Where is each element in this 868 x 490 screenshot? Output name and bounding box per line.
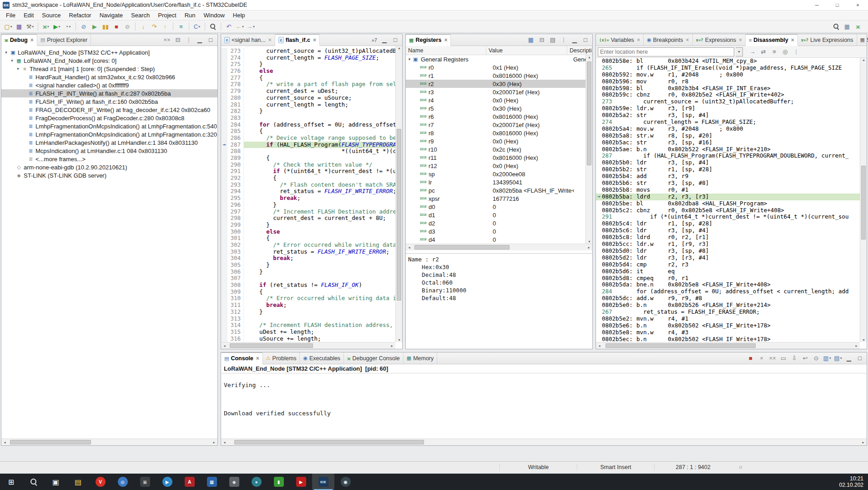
- register-row[interactable]: 1010r70x200071ef (Hex): [406, 121, 585, 129]
- menu-navigate[interactable]: Navigate: [96, 10, 127, 20]
- debug-tree-item[interactable]: ◈ST-LINK (ST-LINK GDB server): [1, 171, 217, 179]
- app-icon-vivaldi[interactable]: V: [89, 474, 111, 490]
- track-pc-icon[interactable]: ◎: [780, 47, 790, 57]
- disassembly-horizontal-scrollbar[interactable]: ◂ ▸: [596, 342, 860, 349]
- display-selected-console-icon[interactable]: ▥▾: [822, 353, 832, 363]
- column-header-description[interactable]: Description: [567, 46, 592, 55]
- scrollbar-thumb[interactable]: [234, 440, 424, 444]
- tab-signal-handler[interactable]: c<signal han...×: [221, 34, 275, 46]
- tab-debugger-console[interactable]: жDebugger Console: [344, 352, 404, 364]
- close-icon[interactable]: ×: [686, 37, 689, 43]
- scroll-left-arrow[interactable]: ◂: [596, 344, 603, 348]
- app-icon-dark2[interactable]: ◉: [334, 474, 357, 490]
- scroll-track[interactable]: [603, 342, 853, 349]
- breakpoint-ruler[interactable]: [221, 48, 227, 55]
- close-icon[interactable]: ×: [739, 37, 742, 43]
- breakpoint-ruler[interactable]: [221, 88, 227, 95]
- collapse-all-icon[interactable]: ⊟: [537, 35, 547, 45]
- debug-tree-item[interactable]: ▾▣LoRaWAN_End_Node [STM32 C/C++ Applicat…: [1, 48, 217, 56]
- breakpoint-ruler[interactable]: [221, 195, 227, 202]
- breakpoint-ruler[interactable]: [221, 61, 227, 68]
- pin-console-icon[interactable]: ⊙: [811, 353, 821, 363]
- breakpoint-ruler[interactable]: [221, 162, 227, 168]
- tab-sfrs[interactable]: ▦SFRs: [857, 34, 868, 46]
- editor-horizontal-scrollbar[interactable]: ◂ ▸: [221, 342, 395, 349]
- minimize-icon[interactable]: ▁: [570, 35, 580, 45]
- breakpoint-ruler[interactable]: [221, 155, 227, 162]
- menu-search[interactable]: Search: [127, 10, 154, 20]
- breakpoint-ruler[interactable]: [221, 81, 227, 88]
- expander-icon[interactable]: ▾: [406, 57, 413, 61]
- close-icon[interactable]: ×: [444, 37, 447, 43]
- close-icon[interactable]: ×: [791, 37, 794, 43]
- step-into-icon[interactable]: ↓: [138, 21, 148, 31]
- menu-source[interactable]: Source: [38, 10, 65, 20]
- maximize-button[interactable]: □: [827, 0, 848, 10]
- suspend-icon[interactable]: ▮▮: [101, 21, 111, 31]
- scroll-down-arrow[interactable]: ▾: [586, 240, 593, 244]
- app-icon-adobe[interactable]: A: [178, 474, 201, 490]
- terminate-icon[interactable]: ■: [111, 21, 121, 31]
- scroll-track[interactable]: [413, 244, 585, 250]
- breakpoint-ruler[interactable]: [221, 336, 227, 342]
- step-return-icon[interactable]: ↑: [160, 21, 170, 31]
- maximize-icon[interactable]: □: [390, 35, 400, 45]
- debug-tree-item[interactable]: ≣<signal handler called>() at 0xfffffff9: [1, 81, 217, 89]
- debug-tree-item[interactable]: ≣McpsIndication() at LmHandler.c:1 084 0…: [1, 147, 217, 155]
- file-explorer-icon[interactable]: ▤: [67, 474, 89, 490]
- view-menu-icon[interactable]: ⋮: [559, 35, 569, 45]
- remove-all-terminated-icon[interactable]: ××: [162, 35, 172, 45]
- breakpoint-ruler[interactable]: [221, 289, 227, 296]
- tab-console[interactable]: ▤Console×: [221, 352, 263, 364]
- debug-tree-item[interactable]: ▾≡Thread #1 [main] 1 [core: 0] (Suspende…: [1, 65, 217, 73]
- debug-tree-item[interactable]: ≣FRAG_DECODER_IF_Write() at frag_decoder…: [1, 106, 217, 114]
- menu-run[interactable]: Run: [181, 10, 200, 20]
- app-icon-blue[interactable]: ▦: [201, 474, 223, 490]
- debug-tree-item[interactable]: ≣FLASH_IF_INT_Write() at flash_if.c:287 …: [1, 89, 217, 97]
- register-detail-pane[interactable]: Name : r2 Hex:0x30 Decimal:48 Octal:060 …: [406, 253, 592, 349]
- tab-project-explorer[interactable]: ▤Project Explorer: [37, 34, 91, 46]
- minimize-icon[interactable]: ▁: [195, 35, 205, 45]
- breakpoint-ruler[interactable]: [221, 215, 227, 222]
- new-icon[interactable]: ▢▾: [3, 21, 13, 31]
- scroll-track[interactable]: [228, 439, 860, 445]
- app-icon-stm32cubeide[interactable]: IDE: [312, 474, 334, 490]
- breakpoint-ruler[interactable]: [221, 222, 227, 229]
- back-icon[interactable]: ←▾: [235, 21, 245, 31]
- close-icon[interactable]: ×: [268, 37, 272, 43]
- breakpoint-ruler[interactable]: [221, 75, 227, 82]
- search-icon[interactable]: [208, 21, 218, 31]
- scroll-right-arrow[interactable]: ▸: [860, 440, 867, 444]
- column-header-value[interactable]: Value: [486, 46, 567, 55]
- debug-icon[interactable]: ж▾: [41, 21, 51, 31]
- word-wrap-icon[interactable]: ↩: [800, 353, 810, 363]
- register-row[interactable]: 1010r110x8016000 (Hex): [406, 153, 585, 162]
- maximize-icon[interactable]: □: [580, 35, 590, 45]
- scroll-track[interactable]: [228, 342, 389, 349]
- task-view-button[interactable]: ▣: [45, 474, 67, 490]
- taskbar-clock[interactable]: 10:21 02.10.202: [839, 474, 868, 490]
- goto-pc-icon[interactable]: →: [747, 47, 757, 57]
- editor-vertical-scrollbar[interactable]: ▴ ▾: [395, 46, 402, 342]
- debug-launch-tree[interactable]: ▾▣LoRaWAN_End_Node [STM32 C/C++ Applicat…: [1, 46, 217, 179]
- expander-icon[interactable]: ▾: [9, 58, 15, 63]
- scroll-left-arrow[interactable]: ◂: [406, 245, 413, 250]
- breakpoint-ruler[interactable]: [221, 329, 227, 336]
- menu-help[interactable]: Help: [229, 10, 249, 20]
- registers-horizontal-scrollbar[interactable]: ◂ ▸: [406, 244, 592, 250]
- menu-edit[interactable]: Edit: [20, 10, 38, 20]
- breakpoint-ruler[interactable]: [221, 249, 227, 255]
- breakpoint-ruler[interactable]: [221, 135, 227, 142]
- tab-executables[interactable]: ◉Executables: [300, 352, 344, 364]
- app-icon-gray[interactable]: ◆: [223, 474, 245, 490]
- chevron-down-icon[interactable]: ▾: [736, 47, 743, 56]
- scroll-up-arrow[interactable]: ▴: [860, 58, 867, 62]
- console-horizontal-scrollbar[interactable]: ◂ ▸: [221, 439, 867, 445]
- scroll-left-arrow[interactable]: ◂: [221, 344, 228, 348]
- breakpoint-ruler[interactable]: [221, 148, 227, 155]
- minimize-icon[interactable]: ▁: [379, 35, 389, 45]
- step-over-icon[interactable]: ↷: [149, 21, 159, 31]
- breakpoint-ruler[interactable]: [221, 108, 227, 115]
- open-perspective-icon[interactable]: ▦: [842, 21, 852, 31]
- show-source-icon[interactable]: ≡: [769, 47, 779, 57]
